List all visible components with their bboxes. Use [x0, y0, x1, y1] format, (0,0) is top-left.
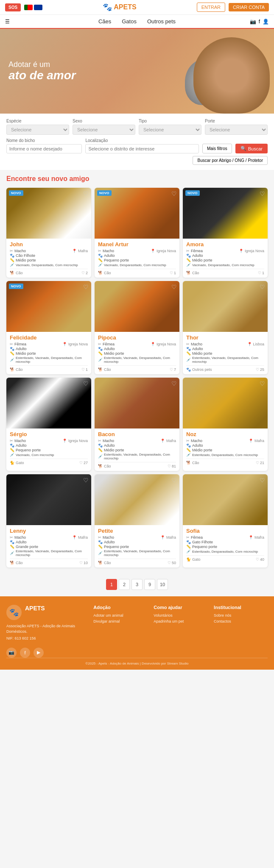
buscar-button[interactable]: 🔍 Buscar [235, 144, 268, 153]
loc-group: Localização [85, 138, 199, 153]
porte-select[interactable]: Selecione [205, 125, 268, 135]
page-3-button[interactable]: 3 [131, 579, 143, 590]
footer-como-item-1[interactable]: Apadrinha um pet [154, 619, 207, 623]
heart-icon[interactable]: ♡ [260, 284, 265, 290]
pet-location: 📍 Mafra [72, 249, 88, 253]
sos-button[interactable]: SOS [5, 3, 21, 11]
nav-center: Cães Gatos Outros pets [98, 18, 176, 25]
type-icon: 🐕 [98, 271, 103, 275]
pet-card[interactable]: ♡ Sofia ✂ Fêmea 📍 Mafra 🐾 Gato Filhote 📏… [183, 474, 268, 568]
pet-card[interactable]: NOVO ♡ Felicidade ✂ Fêmea 📍 Igreja Nova … [6, 281, 91, 374]
type-icon: 🐕 [10, 561, 14, 565]
loc-input[interactable] [85, 144, 199, 153]
footer-instagram-icon[interactable]: 📷 [6, 648, 17, 658]
heart-icon[interactable]: ♡ [260, 190, 265, 197]
pet-type: 🐕 Cão [10, 561, 23, 565]
nome-input[interactable] [6, 144, 82, 153]
pet-info: Petite ✂ Macho 📍 Mafra 🐾 Adulto 📏 Pequen… [95, 525, 179, 568]
footer-adopcao-item-0[interactable]: Adotar um animal [93, 613, 147, 618]
footer-facebook-icon[interactable]: f [20, 648, 30, 658]
heart-icon[interactable]: ♡ [260, 477, 265, 484]
flag-en[interactable] [34, 5, 42, 10]
pet-age: 🐾 Gato Filhote [186, 540, 264, 544]
pet-info: Pipoca ✂ Fêmea 📍 Igreja Nova 🐾 Adulto 📏 … [95, 332, 179, 374]
top-bar: SOS 🐾 APETS ENTRAR CRIAR CONTA [0, 0, 274, 15]
flag-pt[interactable] [24, 5, 33, 10]
search-row-2: Nome do bicho Localização Mais filtros 🔍… [6, 138, 268, 153]
pet-porte: 📏 Médio porte [10, 351, 88, 356]
pet-health: 💉 Esterilizado, Vacinado, Desparasitado,… [10, 356, 88, 364]
heart-icon[interactable]: ♡ [171, 284, 177, 290]
pet-card[interactable]: ♡ Thor ✂ Macho 📍 Lisboa 🐾 Adulto 📏 Médio… [183, 281, 268, 374]
footer-adopcao-item-1[interactable]: Divulgar animal [93, 619, 147, 623]
pet-card[interactable]: ♡ Noz ✂ Macho 📍 Mafra 🐾 Adulto 📏 Médio p… [183, 378, 268, 471]
dog-shape [193, 37, 270, 114]
pets-section: Encontre seu novo amigo NOVO ♡ John ✂ Ma… [0, 170, 274, 573]
health-icon: 💉 [98, 551, 103, 555]
heart-icon[interactable]: ♡ [171, 477, 177, 484]
footer-inst-list: Sobre nós Contactos [214, 613, 268, 623]
tipo-select[interactable]: Selecione [139, 125, 201, 135]
heart-icon[interactable]: ♡ [171, 380, 177, 387]
page-10-button[interactable]: 10 [157, 579, 168, 590]
heart-icon[interactable]: ♡ [83, 380, 89, 387]
pet-health: 💉 Esterilizado, Vacinado, Desparasitado,… [98, 549, 176, 557]
nav-gatos[interactable]: Gatos [122, 18, 137, 25]
footer-inst-item-0[interactable]: Sobre nós [214, 613, 268, 618]
user-icon[interactable]: 👤 [263, 19, 269, 25]
especie-select[interactable]: Selecione [6, 125, 69, 135]
pet-card[interactable]: ♡ Lenny ✂ Macho 📍 Mafra 🐾 Adulto 📏 Grand… [6, 474, 91, 568]
sexo-label: Sexo [73, 119, 135, 123]
pet-card[interactable]: ♡ Sérgio ✂ Macho 📍 Igreja Nova 🐾 Adulto … [6, 378, 91, 471]
pet-card[interactable]: ♡ Bacon ✂ Macho 📍 Mafra 🐾 Adulto 📏 Médio… [95, 378, 179, 471]
pet-footer: 🐈 Gato ♡ 27 [10, 459, 88, 465]
nav-outros[interactable]: Outros pets [147, 18, 176, 25]
sexo-select[interactable]: Selecione [73, 125, 135, 135]
page-9-button[interactable]: 9 [144, 579, 155, 590]
pet-info: John ✂ Macho 📍 Mafra 🐾 Cão Filhote 📏 Méd… [6, 239, 91, 278]
footer-youtube-icon[interactable]: ▶ [34, 648, 44, 658]
heart-icon[interactable]: ♡ [83, 284, 89, 290]
age-icon: 🐾 [98, 253, 103, 258]
entrar-button[interactable]: ENTRAR [197, 3, 225, 12]
pet-card[interactable]: NOVO ♡ Manel Artur ✂ Macho 📍 Igreja Nova… [95, 188, 179, 278]
instagram-icon[interactable]: 📷 [250, 19, 256, 25]
pet-card[interactable]: NOVO ♡ Amora ✂ Fêmea 📍 Igreja Nova 🐾 Adu… [183, 188, 268, 278]
pet-type: 🐕 Cão [98, 271, 111, 275]
criar-conta-button[interactable]: CRIAR CONTA [229, 3, 269, 11]
pet-type: 🐕 Cão [98, 367, 111, 372]
heart-icon[interactable]: ♡ [83, 190, 89, 197]
pet-name: Petite [98, 528, 176, 534]
page-1-button[interactable]: 1 [106, 579, 117, 590]
footer-como-item-0[interactable]: Voluntários [154, 613, 207, 618]
buscar-abrigo-button[interactable]: Buscar por Abrigo / ONG / Protetor [193, 156, 268, 165]
page-2-button[interactable]: 2 [119, 579, 130, 590]
heart-icon[interactable]: ♡ [260, 380, 265, 387]
pet-card[interactable]: ♡ Petite ✂ Macho 📍 Mafra 🐾 Adulto 📏 Pequ… [95, 474, 179, 568]
pet-footer: 🐕 Cão ♡ 2 [10, 269, 88, 275]
heart-count-icon: ♡ [256, 557, 259, 562]
pet-card[interactable]: ♡ Pipoca ✂ Fêmea 📍 Igreja Nova 🐾 Adulto … [95, 281, 179, 374]
pet-footer: 🐕 Cão ♡ 81 [98, 462, 176, 468]
pet-card[interactable]: NOVO ♡ John ✂ Macho 📍 Mafra 🐾 Cão Filhot… [6, 188, 91, 278]
pagination: 1 2 3 9 10 [0, 573, 274, 596]
heart-icon[interactable]: ♡ [171, 190, 177, 197]
nome-label: Nome do bicho [6, 138, 82, 143]
pet-name: Noz [186, 431, 264, 437]
pet-sexo: ✂ Macho 📍 Mafra [10, 535, 88, 540]
pet-info: Lenny ✂ Macho 📍 Mafra 🐾 Adulto 📏 Grande … [6, 525, 91, 568]
nav-caes[interactable]: Cães [98, 18, 111, 25]
logo[interactable]: 🐾 APETS [103, 3, 136, 12]
footer-inst-title: Institucional [214, 605, 268, 610]
heart-icon[interactable]: ♡ [83, 477, 89, 484]
footer-inst-col: Institucional Sobre nós Contactos [214, 605, 268, 641]
heart-count-icon: ♡ [168, 464, 171, 468]
footer-adopcao-title: Adoção [93, 605, 147, 610]
paw-icon: 🐾 [103, 3, 112, 12]
hamburger-menu[interactable]: ☰ [5, 19, 10, 25]
footer-inst-item-1[interactable]: Contactos [214, 619, 268, 623]
mais-filtros-button[interactable]: Mais filtros [202, 144, 232, 153]
hero-line2: ato de amor [8, 69, 76, 82]
facebook-icon[interactable]: f [259, 19, 260, 25]
pet-location: 📍 Igreja Nova [151, 249, 176, 253]
